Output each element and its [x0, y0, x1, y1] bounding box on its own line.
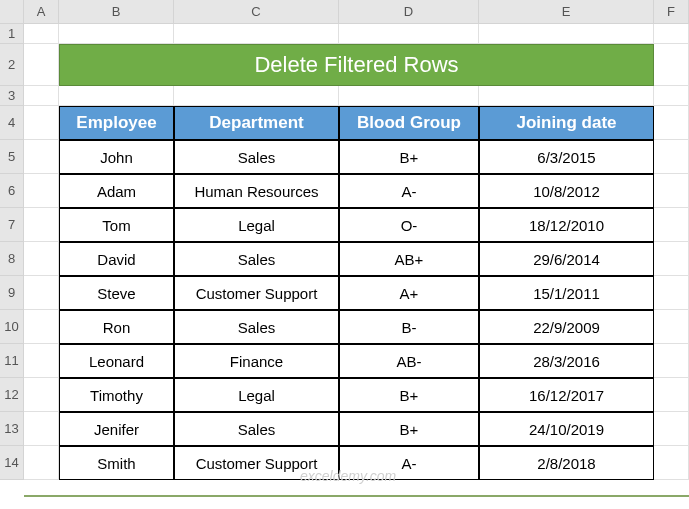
- table-cell-department[interactable]: Sales: [174, 140, 339, 174]
- cell-F5[interactable]: [654, 140, 689, 174]
- table-header-blood-group[interactable]: Blood Group: [339, 106, 479, 140]
- table-cell-blood-group[interactable]: AB+: [339, 242, 479, 276]
- cell-A1[interactable]: [24, 24, 59, 44]
- cell-A2[interactable]: [24, 44, 59, 86]
- cell-D1[interactable]: [339, 24, 479, 44]
- table-cell-employee[interactable]: John: [59, 140, 174, 174]
- cell-F3[interactable]: [654, 86, 689, 106]
- table-cell-department[interactable]: Legal: [174, 378, 339, 412]
- table-cell-department[interactable]: Sales: [174, 242, 339, 276]
- cell-F8[interactable]: [654, 242, 689, 276]
- table-cell-employee[interactable]: Ron: [59, 310, 174, 344]
- table-cell-employee[interactable]: Timothy: [59, 378, 174, 412]
- row-header-13[interactable]: 13: [0, 412, 24, 446]
- cell-A5[interactable]: [24, 140, 59, 174]
- table-cell-employee[interactable]: Leonard: [59, 344, 174, 378]
- row-header-1[interactable]: 1: [0, 24, 24, 44]
- row-header-9[interactable]: 9: [0, 276, 24, 310]
- row-header-12[interactable]: 12: [0, 378, 24, 412]
- table-cell-blood-group[interactable]: AB-: [339, 344, 479, 378]
- table-cell-joining-date[interactable]: 2/8/2018: [479, 446, 654, 480]
- cell-A10[interactable]: [24, 310, 59, 344]
- select-all-corner[interactable]: [0, 0, 24, 24]
- table-cell-blood-group[interactable]: A-: [339, 174, 479, 208]
- table-cell-joining-date[interactable]: 10/8/2012: [479, 174, 654, 208]
- table-cell-employee[interactable]: David: [59, 242, 174, 276]
- table-cell-blood-group[interactable]: B+: [339, 412, 479, 446]
- cell-C1[interactable]: [174, 24, 339, 44]
- table-cell-blood-group[interactable]: A-: [339, 446, 479, 480]
- table-cell-department[interactable]: Sales: [174, 310, 339, 344]
- table-cell-employee[interactable]: Tom: [59, 208, 174, 242]
- table-cell-employee[interactable]: Steve: [59, 276, 174, 310]
- cell-F10[interactable]: [654, 310, 689, 344]
- col-header-A[interactable]: A: [24, 0, 59, 24]
- row-header-7[interactable]: 7: [0, 208, 24, 242]
- table-cell-employee[interactable]: Adam: [59, 174, 174, 208]
- cell-A11[interactable]: [24, 344, 59, 378]
- table-cell-department[interactable]: Customer Support: [174, 276, 339, 310]
- table-cell-employee[interactable]: Jenifer: [59, 412, 174, 446]
- table-cell-joining-date[interactable]: 6/3/2015: [479, 140, 654, 174]
- row-header-4[interactable]: 4: [0, 106, 24, 140]
- cell-F7[interactable]: [654, 208, 689, 242]
- col-header-D[interactable]: D: [339, 0, 479, 24]
- table-header-employee[interactable]: Employee: [59, 106, 174, 140]
- cell-A13[interactable]: [24, 412, 59, 446]
- table-cell-department[interactable]: Customer Support: [174, 446, 339, 480]
- cell-B1[interactable]: [59, 24, 174, 44]
- table-cell-joining-date[interactable]: 28/3/2016: [479, 344, 654, 378]
- row-header-5[interactable]: 5: [0, 140, 24, 174]
- cell-B3[interactable]: [59, 86, 174, 106]
- cell-F9[interactable]: [654, 276, 689, 310]
- table-cell-joining-date[interactable]: 24/10/2019: [479, 412, 654, 446]
- table-cell-department[interactable]: Legal: [174, 208, 339, 242]
- page-title[interactable]: Delete Filtered Rows: [59, 44, 654, 86]
- cell-F14[interactable]: [654, 446, 689, 480]
- col-header-F[interactable]: F: [654, 0, 689, 24]
- col-header-C[interactable]: C: [174, 0, 339, 24]
- cell-D3[interactable]: [339, 86, 479, 106]
- cell-A4[interactable]: [24, 106, 59, 140]
- row-header-10[interactable]: 10: [0, 310, 24, 344]
- row-header-14[interactable]: 14: [0, 446, 24, 480]
- table-cell-employee[interactable]: Smith: [59, 446, 174, 480]
- row-header-11[interactable]: 11: [0, 344, 24, 378]
- cell-A12[interactable]: [24, 378, 59, 412]
- cell-C3[interactable]: [174, 86, 339, 106]
- table-cell-department[interactable]: Sales: [174, 412, 339, 446]
- table-cell-blood-group[interactable]: A+: [339, 276, 479, 310]
- table-header-joining-date[interactable]: Joining date: [479, 106, 654, 140]
- cell-F1[interactable]: [654, 24, 689, 44]
- cell-E3[interactable]: [479, 86, 654, 106]
- cell-A8[interactable]: [24, 242, 59, 276]
- table-cell-joining-date[interactable]: 22/9/2009: [479, 310, 654, 344]
- cell-E1[interactable]: [479, 24, 654, 44]
- cell-F12[interactable]: [654, 378, 689, 412]
- cell-A9[interactable]: [24, 276, 59, 310]
- table-cell-department[interactable]: Human Resources: [174, 174, 339, 208]
- col-header-B[interactable]: B: [59, 0, 174, 24]
- col-header-E[interactable]: E: [479, 0, 654, 24]
- cell-A3[interactable]: [24, 86, 59, 106]
- cell-F13[interactable]: [654, 412, 689, 446]
- cell-A14[interactable]: [24, 446, 59, 480]
- row-header-8[interactable]: 8: [0, 242, 24, 276]
- table-cell-joining-date[interactable]: 29/6/2014: [479, 242, 654, 276]
- table-cell-joining-date[interactable]: 15/1/2011: [479, 276, 654, 310]
- table-cell-blood-group[interactable]: B-: [339, 310, 479, 344]
- table-cell-blood-group[interactable]: B+: [339, 378, 479, 412]
- table-cell-blood-group[interactable]: B+: [339, 140, 479, 174]
- row-header-3[interactable]: 3: [0, 86, 24, 106]
- table-cell-joining-date[interactable]: 16/12/2017: [479, 378, 654, 412]
- cell-F4[interactable]: [654, 106, 689, 140]
- table-cell-department[interactable]: Finance: [174, 344, 339, 378]
- cell-F11[interactable]: [654, 344, 689, 378]
- cell-F6[interactable]: [654, 174, 689, 208]
- table-cell-joining-date[interactable]: 18/12/2010: [479, 208, 654, 242]
- row-header-6[interactable]: 6: [0, 174, 24, 208]
- row-header-2[interactable]: 2: [0, 44, 24, 86]
- cell-A6[interactable]: [24, 174, 59, 208]
- table-cell-blood-group[interactable]: O-: [339, 208, 479, 242]
- table-header-department[interactable]: Department: [174, 106, 339, 140]
